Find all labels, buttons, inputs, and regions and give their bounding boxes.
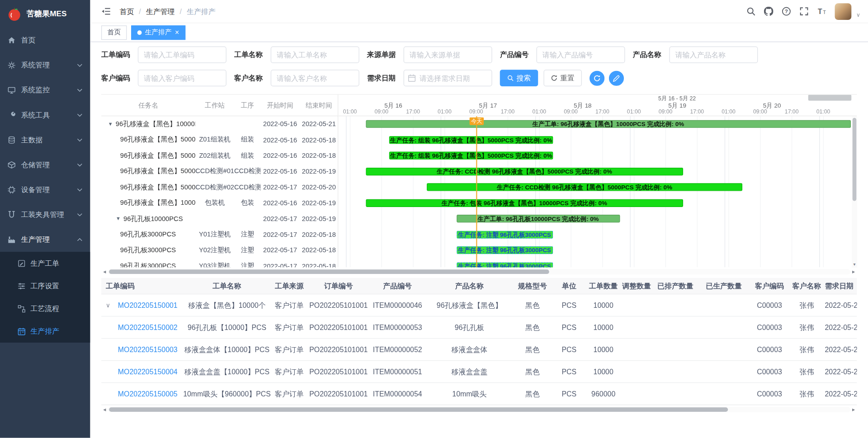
gantt-bar[interactable]: 生产任务: 组装 96孔移液盒【黑色】5000PCS 完成比例: 0% (389, 136, 553, 144)
sidebar-menu: 首页系统管理系统监控系统工具主数据仓储管理设备管理工装夹具管理生产管理 (0, 28, 90, 252)
gantt-task-row[interactable]: ▼96孔孔板10000PCS2022-05-172022-05-19 (101, 211, 338, 227)
scrollbar-thumb[interactable] (853, 118, 857, 201)
sidebar-item-工装夹具管理[interactable]: 工装夹具管理 (0, 202, 90, 227)
order-cell-code: MO202205150004 (101, 367, 183, 376)
sidebar-item-系统管理[interactable]: 系统管理 (0, 52, 90, 77)
gantt-bar[interactable]: 生产任务: 注塑 96孔孔板3000PCS 完成比例: 0% (457, 246, 553, 254)
sidebar-item-系统监控[interactable]: 系统监控 (0, 77, 90, 102)
gantt-task-row[interactable]: 96孔移液盒【黑色】10000PCS包装机包装2022-05-162022-05… (101, 195, 338, 211)
work-order-name-input[interactable] (271, 47, 359, 63)
task-start-date: 2022-05-17 (261, 246, 300, 254)
order-code-link[interactable]: MO202205150002 (118, 323, 178, 331)
avatar[interactable] (835, 3, 851, 20)
order-cell-customer_code: C00003 (750, 390, 789, 398)
customer-name-input[interactable] (271, 70, 359, 86)
scroll-right-icon[interactable]: ▸ (850, 406, 857, 413)
order-code-link[interactable]: MO202205150003 (118, 345, 178, 353)
order-row[interactable]: MO202205150004移液盒盒盖【10000】PCS客户订单PO20220… (101, 361, 857, 383)
order-row[interactable]: MO202205150003移液盒盒体【10000】PCS客户订单PO20220… (101, 339, 857, 361)
order-row[interactable]: MO20220515000510mm吸头【960000】PCS客户订单PO202… (101, 383, 857, 405)
tab-close-icon[interactable]: × (175, 29, 179, 36)
task-process: 组装 (234, 135, 261, 145)
order-code-link[interactable]: MO202205150004 (118, 367, 178, 376)
gantt-bar[interactable]: 生产任务: CCD检测 96孔移液盒【黑色】5000PCS 完成比例: 0% (427, 183, 742, 191)
edit-schedule-button[interactable] (609, 71, 624, 85)
tab-生产排产[interactable]: 生产排产× (131, 25, 185, 40)
scroll-left-icon[interactable]: ◂ (101, 406, 108, 413)
task-end-date: 2022-05-21 (299, 120, 337, 128)
task-station: CCD检测#01 (195, 167, 234, 176)
work-order-code-input[interactable] (138, 47, 226, 63)
order-row[interactable]: ∨MO202205150001移液盒【黑色】10000个客户订单PO202205… (101, 294, 857, 316)
order-cell-code: MO202205150002 (101, 323, 183, 331)
expand-caret-icon[interactable]: ∨ (106, 301, 118, 309)
task-process: 包装 (234, 198, 261, 208)
scroll-down-icon[interactable]: ▾ (852, 262, 857, 267)
orders-horizontal-scrollbar[interactable]: ◂ ▸ (101, 406, 857, 413)
sidebar-submenu: 生产工单工序设置工艺流程生产排产 (0, 252, 90, 343)
demand-date-input[interactable] (404, 70, 492, 86)
logo[interactable]: 苦糖果MES (0, 0, 90, 28)
avatar-caret-icon[interactable]: ∨ (856, 11, 860, 19)
scroll-right-icon[interactable]: ▸ (850, 268, 857, 275)
tree-expand-icon[interactable]: ▼ (116, 216, 121, 221)
scrollbar-thumb[interactable] (109, 269, 549, 274)
gantt-horizontal-scrollbar[interactable]: ◂ ▸ (101, 268, 857, 275)
sidebar-subitem-生产工单[interactable]: 生产工单 (0, 252, 90, 274)
font-size-icon[interactable]: TT (817, 7, 826, 16)
gantt-bar[interactable]: 生产任务: CCD检测 96孔移液盒【黑色】5000PCS 完成比例: 0% (366, 167, 683, 175)
sidebar-item-主数据[interactable]: 主数据 (0, 127, 90, 152)
order-cell-product_no: ITEM00000054 (370, 390, 425, 398)
hamburger-icon[interactable] (101, 7, 111, 16)
scroll-left-icon[interactable]: ◂ (101, 268, 108, 275)
gantt-task-row[interactable]: 96孔移液盒【黑色】5000PCSCCD检测#02CCD检测2022-05-17… (101, 179, 338, 195)
refresh-schedule-button[interactable] (590, 71, 604, 85)
tab-首页[interactable]: 首页 (101, 25, 127, 40)
gantt-task-row[interactable]: 96孔移液盒【黑色】5000PCSZ02组装机组装2022-05-162022-… (101, 148, 338, 164)
gantt-vertical-scrollbar[interactable]: ▾ (852, 117, 857, 267)
sidebar-subitem-生产排产[interactable]: 生产排产 (0, 320, 90, 343)
scrollbar-track[interactable] (108, 268, 850, 274)
gantt-task-row[interactable]: 96孔孔板3000PCSY02注塑机注塑2022-05-172022-05-18 (101, 242, 338, 258)
sidebar-item-系统工具[interactable]: 系统工具 (0, 103, 90, 127)
gantt-bar[interactable]: 生产任务: 注塑 96孔孔板3000PCS 完成比例: 0% (457, 231, 553, 238)
sidebar-item-仓储管理[interactable]: 仓储管理 (0, 152, 90, 177)
breadcrumb-item[interactable]: 生产管理 (146, 6, 175, 16)
gantt-bar[interactable]: 生产任务: 注塑 96孔孔板3000PCS 完成比例: 0% (457, 262, 553, 268)
order-code-link[interactable]: MO202205150001 (118, 301, 178, 309)
gantt-task-row[interactable]: 96孔孔板3000PCSY01注塑机注塑2022-05-172022-05-18 (101, 226, 338, 242)
sidebar-item-首页[interactable]: 首页 (0, 28, 90, 52)
column-header-需求日期: 需求日期 (825, 281, 857, 291)
source-doc-input[interactable] (404, 47, 492, 63)
gantt-header-scrollbar[interactable] (808, 94, 852, 100)
gantt-bar[interactable]: 生产工单: 96孔孔板10000PCS 完成比例: 0% (457, 215, 620, 222)
hour-gridline (350, 116, 350, 267)
sidebar-subitem-工序设置[interactable]: 工序设置 (0, 274, 90, 297)
gantt-bar[interactable]: 生产工单: 96孔移液盒【黑色】10000PCS 完成比例: 0% (366, 120, 851, 128)
search-button[interactable]: 搜索 (500, 70, 538, 86)
github-icon[interactable] (764, 7, 773, 16)
sidebar-subitem-工艺流程[interactable]: 工艺流程 (0, 297, 90, 320)
scrollbar-track[interactable] (108, 406, 850, 412)
breadcrumb-item[interactable]: 首页 (119, 6, 134, 16)
fullscreen-icon[interactable] (799, 7, 809, 16)
customer-code-input[interactable] (138, 70, 226, 86)
search-icon[interactable] (746, 7, 755, 16)
sidebar-item-生产管理[interactable]: 生产管理 (0, 227, 90, 252)
gantt-task-row[interactable]: 96孔移液盒【黑色】5000PCSCCD检测#01CCD检测2022-05-16… (101, 164, 338, 179)
help-icon[interactable]: ? (782, 7, 791, 16)
product-name-input[interactable] (669, 47, 758, 63)
gantt-task-row[interactable]: 96孔移液盒【黑色】5000PCSZ01组装机组装2022-05-162022-… (101, 132, 338, 148)
scrollbar-thumb[interactable] (109, 407, 728, 412)
product-code-input[interactable] (537, 47, 625, 63)
reset-button[interactable]: 重置 (543, 70, 581, 86)
order-row[interactable]: MO20220515000296孔孔板【10000】PCS客户订单PO20220… (101, 316, 857, 339)
order-code-link[interactable]: MO202205150005 (118, 390, 178, 398)
tree-expand-icon[interactable]: ▼ (108, 121, 113, 127)
sidebar-item-设备管理[interactable]: 设备管理 (0, 177, 90, 202)
gantt-task-row[interactable]: 96孔孔板3000PCSY03注塑机注塑2022-05-172022-05-18 (101, 258, 338, 267)
gantt-task-row[interactable]: ▼96孔移液盒【黑色】10000PCS2022-05-162022-05-21 (101, 116, 338, 132)
task-process: 注塑 (234, 245, 261, 255)
gantt-bar[interactable]: 生产任务: 组装 96孔移液盒【黑色】5000PCS 完成比例: 0% (389, 152, 553, 160)
gantt-bar[interactable]: 生产任务: 包装 96孔移液盒【黑色】10000PCS 完成比例: 0% (366, 199, 683, 207)
